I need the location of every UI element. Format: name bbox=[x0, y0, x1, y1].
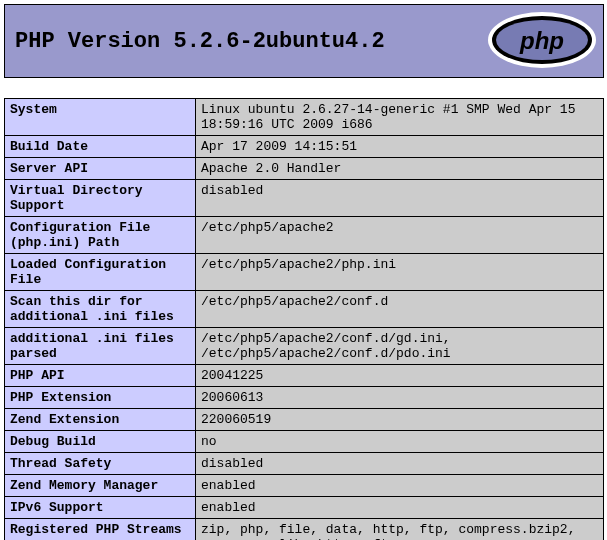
info-key: additional .ini files parsed bbox=[5, 328, 196, 365]
info-key: Server API bbox=[5, 158, 196, 180]
table-row: Registered PHP Streamszip, php, file, da… bbox=[5, 519, 604, 541]
info-value: Apache 2.0 Handler bbox=[196, 158, 604, 180]
table-row: PHP Extension20060613 bbox=[5, 387, 604, 409]
info-value: Linux ubuntu 2.6.27-14-generic #1 SMP We… bbox=[196, 99, 604, 136]
info-key: Virtual Directory Support bbox=[5, 180, 196, 217]
table-row: SystemLinux ubuntu 2.6.27-14-generic #1 … bbox=[5, 99, 604, 136]
table-row: Server APIApache 2.0 Handler bbox=[5, 158, 604, 180]
info-value: 20060613 bbox=[196, 387, 604, 409]
info-key: Zend Extension bbox=[5, 409, 196, 431]
table-row: Virtual Directory Supportdisabled bbox=[5, 180, 604, 217]
info-value: enabled bbox=[196, 475, 604, 497]
info-value: zip, php, file, data, http, ftp, compres… bbox=[196, 519, 604, 541]
php-logo-icon: php bbox=[487, 11, 597, 73]
table-row: additional .ini files parsed/etc/php5/ap… bbox=[5, 328, 604, 365]
info-value: /etc/php5/apache2 bbox=[196, 217, 604, 254]
info-key: System bbox=[5, 99, 196, 136]
info-value: 20041225 bbox=[196, 365, 604, 387]
info-value: 220060519 bbox=[196, 409, 604, 431]
info-key: PHP Extension bbox=[5, 387, 196, 409]
info-key: Zend Memory Manager bbox=[5, 475, 196, 497]
svg-text:php: php bbox=[519, 27, 564, 54]
table-row: Loaded Configuration File/etc/php5/apach… bbox=[5, 254, 604, 291]
table-row: Configuration File (php.ini) Path/etc/ph… bbox=[5, 217, 604, 254]
info-key: IPv6 Support bbox=[5, 497, 196, 519]
info-key: Loaded Configuration File bbox=[5, 254, 196, 291]
table-row: Build DateApr 17 2009 14:15:51 bbox=[5, 136, 604, 158]
info-value: /etc/php5/apache2/conf.d/gd.ini, /etc/ph… bbox=[196, 328, 604, 365]
info-value: /etc/php5/apache2/conf.d bbox=[196, 291, 604, 328]
info-value: enabled bbox=[196, 497, 604, 519]
table-row: Debug Buildno bbox=[5, 431, 604, 453]
info-value: no bbox=[196, 431, 604, 453]
info-value: Apr 17 2009 14:15:51 bbox=[196, 136, 604, 158]
info-key: Thread Safety bbox=[5, 453, 196, 475]
table-row: Zend Memory Managerenabled bbox=[5, 475, 604, 497]
table-row: Zend Extension220060519 bbox=[5, 409, 604, 431]
table-row: Thread Safetydisabled bbox=[5, 453, 604, 475]
table-row: IPv6 Supportenabled bbox=[5, 497, 604, 519]
info-key: Build Date bbox=[5, 136, 196, 158]
info-key: Configuration File (php.ini) Path bbox=[5, 217, 196, 254]
info-key: Registered PHP Streams bbox=[5, 519, 196, 541]
info-key: Debug Build bbox=[5, 431, 196, 453]
info-value: disabled bbox=[196, 180, 604, 217]
header-table: PHP Version 5.2.6-2ubuntu4.2 php bbox=[4, 4, 604, 78]
info-value: disabled bbox=[196, 453, 604, 475]
info-value: /etc/php5/apache2/php.ini bbox=[196, 254, 604, 291]
info-key: PHP API bbox=[5, 365, 196, 387]
info-table: SystemLinux ubuntu 2.6.27-14-generic #1 … bbox=[4, 98, 604, 540]
table-row: Scan this dir for additional .ini files/… bbox=[5, 291, 604, 328]
info-key: Scan this dir for additional .ini files bbox=[5, 291, 196, 328]
table-row: PHP API20041225 bbox=[5, 365, 604, 387]
